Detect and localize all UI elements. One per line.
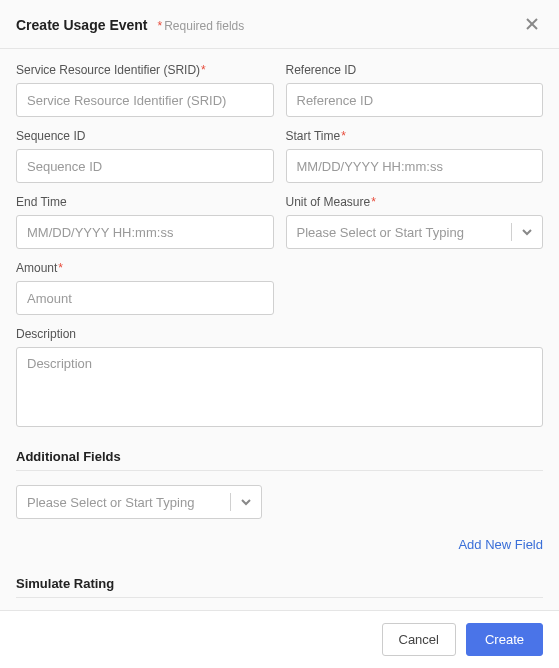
form-grid: Service Resource Identifier (SRID)* Refe…	[16, 63, 543, 427]
close-icon	[525, 17, 539, 31]
add-new-field-button[interactable]: Add New Field	[458, 535, 543, 554]
chevron-down-icon	[520, 225, 534, 239]
section-additional-fields-title: Additional Fields	[16, 449, 543, 464]
modal-title: Create Usage Event	[16, 17, 148, 33]
modal-footer: Cancel Create	[0, 610, 559, 668]
header-left: Create Usage Event *Required fields	[16, 17, 244, 33]
input-start-time[interactable]	[286, 149, 544, 183]
field-sequence-id: Sequence ID	[16, 129, 274, 183]
field-srid: Service Resource Identifier (SRID)*	[16, 63, 274, 117]
required-fields-note: *Required fields	[158, 19, 245, 33]
select-additional-field[interactable]: Please Select or Start Typing	[16, 485, 262, 519]
field-uom: Unit of Measure* Please Select or Start …	[286, 195, 544, 249]
field-reference-id: Reference ID	[286, 63, 544, 117]
label-start-time: Start Time*	[286, 129, 544, 143]
textarea-description[interactable]	[16, 347, 543, 427]
label-reference-id: Reference ID	[286, 63, 544, 77]
add-new-field-row: Add New Field	[16, 535, 543, 554]
label-sequence-id: Sequence ID	[16, 129, 274, 143]
select-divider	[511, 223, 512, 241]
close-button[interactable]	[521, 14, 543, 36]
input-end-time[interactable]	[16, 215, 274, 249]
field-amount: Amount*	[16, 261, 274, 315]
divider-simulate-rating	[16, 597, 543, 598]
create-button[interactable]: Create	[466, 623, 543, 656]
cancel-button[interactable]: Cancel	[382, 623, 456, 656]
divider-additional-fields	[16, 470, 543, 471]
label-srid: Service Resource Identifier (SRID)*	[16, 63, 274, 77]
label-uom: Unit of Measure*	[286, 195, 544, 209]
field-start-time: Start Time*	[286, 129, 544, 183]
additional-fields-select-wrap: Please Select or Start Typing	[16, 485, 262, 519]
label-end-time: End Time	[16, 195, 274, 209]
input-sequence-id[interactable]	[16, 149, 274, 183]
input-srid[interactable]	[16, 83, 274, 117]
label-amount: Amount*	[16, 261, 274, 275]
field-description: Description	[16, 327, 543, 427]
section-simulate-rating-title: Simulate Rating	[16, 576, 543, 591]
input-reference-id[interactable]	[286, 83, 544, 117]
form-body: Service Resource Identifier (SRID)* Refe…	[0, 49, 559, 610]
modal-header: Create Usage Event *Required fields	[0, 0, 559, 49]
input-amount[interactable]	[16, 281, 274, 315]
select-uom[interactable]: Please Select or Start Typing	[286, 215, 544, 249]
select-uom-placeholder: Please Select or Start Typing	[297, 225, 464, 240]
chevron-down-icon	[239, 495, 253, 509]
field-end-time: End Time	[16, 195, 274, 249]
select-additional-placeholder: Please Select or Start Typing	[27, 495, 194, 510]
select-divider	[230, 493, 231, 511]
label-description: Description	[16, 327, 543, 341]
